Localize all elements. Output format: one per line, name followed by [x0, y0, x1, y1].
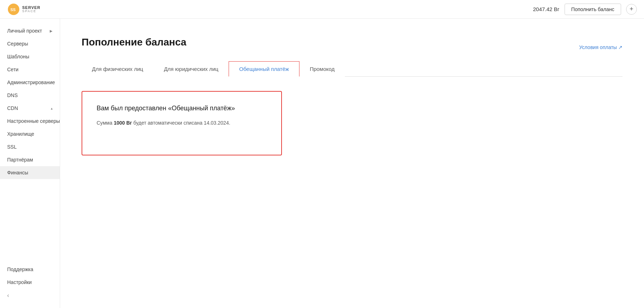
sidebar-item-settings[interactable]: Настройки: [0, 276, 60, 289]
sidebar-item-partners[interactable]: Партнёрам: [0, 153, 60, 166]
sidebar-collapse-button[interactable]: ‹: [0, 289, 60, 302]
tabs: Для физических лиц Для юридических лиц О…: [82, 61, 623, 77]
collapse-icon: ‹: [7, 292, 9, 299]
sidebar-item-administration[interactable]: Администрирование: [0, 76, 60, 89]
sidebar-item-ssl[interactable]: SSL: [0, 140, 60, 153]
top-up-button[interactable]: Пополнить баланс: [565, 4, 621, 15]
sidebar-item-networks[interactable]: Сети: [0, 63, 60, 76]
sidebar-item-cdn[interactable]: CDN ▴: [0, 102, 60, 115]
tab-legal-entities[interactable]: Для юридических лиц: [153, 61, 229, 77]
header-right: 2047.42 Вг Пополнить баланс +: [533, 4, 637, 15]
card-amount: 1000 Вг: [114, 120, 132, 126]
card-description-suffix: будет автоматически списана 14.03.2024.: [132, 120, 230, 126]
logo: SS SERVER SPACE: [7, 3, 40, 16]
sidebar-item-configured-servers[interactable]: Настроенные серверы: [0, 115, 60, 127]
sidebar: Личный проект ▶ Серверы Шаблоны Сети Адм…: [0, 19, 60, 308]
tab-promised-payment[interactable]: Обещанный платёж: [229, 61, 299, 77]
svg-text:SS: SS: [10, 8, 16, 12]
page-header-area: Пополнение баланса Условия оплаты ↗: [82, 37, 623, 48]
logo-icon: SS: [7, 3, 20, 16]
sidebar-item-personal-project[interactable]: Личный проект ▶: [0, 24, 60, 37]
sidebar-item-finances[interactable]: Финансы: [0, 166, 60, 179]
balance-display: 2047.42 Вг: [533, 6, 560, 12]
sidebar-item-dns[interactable]: DNS: [0, 89, 60, 102]
sidebar-nav: Личный проект ▶ Серверы Шаблоны Сети Адм…: [0, 24, 60, 179]
header: SS SERVER SPACE 2047.42 Вг Пополнить бал…: [0, 0, 644, 19]
sidebar-bottom-nav: Поддержка Настройки ‹: [0, 263, 60, 302]
sidebar-item-servers[interactable]: Серверы: [0, 37, 60, 50]
card-title: Вам был предоставлен «Обещанный платёж»: [97, 105, 267, 112]
tab-promo-code[interactable]: Промокод: [299, 61, 345, 77]
promised-payment-card: Вам был предоставлен «Обещанный платёж» …: [82, 91, 282, 155]
sidebar-item-support[interactable]: Поддержка: [0, 263, 60, 276]
card-description: Сумма 1000 Вг будет автоматически списан…: [97, 119, 267, 127]
chevron-up-icon: ▴: [51, 106, 53, 110]
sidebar-item-storage[interactable]: Хранилище: [0, 127, 60, 140]
add-button[interactable]: +: [626, 4, 637, 15]
chevron-right-icon: ▶: [50, 29, 53, 33]
page-title: Пополнение баланса: [82, 37, 623, 48]
main-content: Пополнение баланса Условия оплаты ↗ Для …: [60, 19, 644, 308]
card-description-prefix: Сумма: [97, 120, 114, 126]
payment-conditions-link[interactable]: Условия оплаты ↗: [579, 44, 623, 50]
tab-individuals[interactable]: Для физических лиц: [82, 61, 153, 77]
sidebar-item-templates[interactable]: Шаблоны: [0, 50, 60, 63]
